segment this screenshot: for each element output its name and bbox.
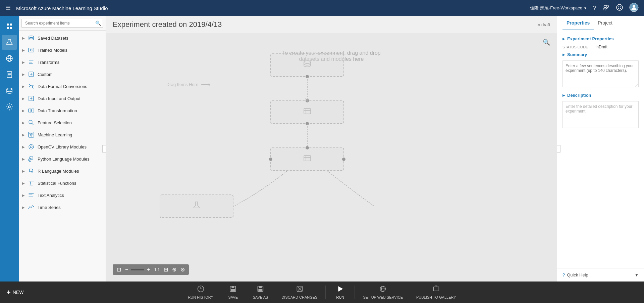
zoom-extra-btn[interactable]: ⊕ [171, 266, 178, 273]
svg-rect-9 [7, 27, 9, 29]
new-button[interactable]: + NEW [7, 289, 23, 296]
run-history-btn[interactable]: RUN HISTORY [182, 284, 218, 301]
canvas-search-icon[interactable]: 🔍 [543, 39, 550, 46]
tab-properties[interactable]: Properties [562, 16, 594, 30]
help-icon[interactable]: ? [593, 5, 596, 12]
panel-label-opencv-library: OpenCV Library Modules [38, 144, 102, 149]
panel-item-transforms[interactable]: ▶ Transforms [19, 56, 106, 68]
description-triangle[interactable]: ▶ [562, 93, 565, 97]
run-btn[interactable]: RUN [328, 284, 352, 301]
panel-item-data-transformation[interactable]: ▶ Data Transformation [19, 104, 106, 117]
zoom-extra-btn2[interactable]: ⊗ [179, 266, 186, 273]
panel-icon-saved-datasets [28, 34, 35, 42]
topbar: ☰ Microsoft Azure Machine Learning Studi… [0, 0, 644, 16]
panel-item-data-input-output[interactable]: ▶ Data Input and Output [19, 92, 106, 104]
panel-label-data-format-conversions: Data Format Conversions [38, 84, 102, 89]
panel-icon-data-input-output [28, 95, 35, 102]
exp-properties-title: Experiment Properties [567, 36, 614, 41]
left-panel-header: 🔍 [19, 16, 106, 31]
zoom-in-btn[interactable]: + [146, 266, 151, 273]
panel-arrow-saved-datasets: ▶ [22, 36, 25, 40]
run-history-icon [197, 285, 204, 294]
fit-to-screen-btn[interactable]: ⊡ [115, 266, 122, 273]
panel-item-saved-datasets[interactable]: ▶ Saved Datasets [19, 32, 106, 44]
panel-item-text-analytics[interactable]: ▶ Text Analytics [19, 189, 106, 201]
panel-icon-python-language [28, 155, 35, 163]
svg-point-3 [618, 6, 619, 7]
panel-icon-transforms [28, 58, 35, 66]
new-plus-icon: + [7, 289, 11, 296]
canvas-node-1[interactable] [270, 53, 344, 77]
canvas-content[interactable]: To create your experiment, drag and drop… [106, 33, 557, 282]
rail-experiments[interactable] [2, 35, 17, 50]
panel-item-time-series[interactable]: ▶ Time Series [19, 201, 106, 213]
panel-arrow-text-analytics: ▶ [22, 193, 25, 197]
save-as-icon [257, 285, 264, 294]
summary-triangle[interactable]: ▶ [562, 53, 565, 56]
workspace-selector[interactable]: 佳隆 瀬尾-Free-Workspace ▼ [530, 5, 587, 11]
description-input[interactable]: Enter the detailed description for your … [562, 101, 639, 128]
toolbar-divider-2 [355, 286, 355, 299]
summary-input[interactable] [562, 60, 639, 87]
canvas-area: Experiment created on 2019/4/13 In draft… [106, 16, 557, 282]
panel-item-custom[interactable]: ▶ Custom [19, 68, 106, 80]
run-history-label: RUN HISTORY [188, 295, 213, 299]
svg-rect-10 [10, 27, 12, 29]
panel-item-data-format-conversions[interactable]: ▶ Data Format Conversions [19, 80, 106, 92]
panel-item-statistical-functions[interactable]: ▶ Statistical Functions [19, 177, 106, 189]
rail-notebooks[interactable] [2, 67, 17, 82]
zoom-out-btn[interactable]: − [124, 266, 129, 273]
panel-label-trained-models: Trained Models [38, 48, 102, 53]
panel-label-time-series: Time Series [38, 205, 102, 210]
search-input[interactable] [21, 19, 103, 28]
svg-rect-8 [10, 24, 12, 26]
svg-point-22 [30, 49, 32, 51]
quick-help[interactable]: ? Quick Help ▼ [557, 268, 644, 282]
panel-label-saved-datasets: Saved Datasets [38, 36, 102, 41]
zoom-fit-btn[interactable]: ⊞ [162, 266, 169, 273]
rail-settings[interactable] [2, 99, 17, 114]
rail-web-services[interactable] [2, 51, 17, 66]
node-2-bottom-connector [306, 122, 309, 125]
svg-rect-26 [32, 109, 34, 112]
panel-item-r-language[interactable]: ▶ R Language Modules [19, 165, 106, 177]
search-icon[interactable]: 🔍 [95, 20, 101, 26]
canvas-title: Experiment created on 2019/4/13 [113, 20, 222, 29]
panel-label-python-language: Python Language Modules [38, 157, 102, 162]
hamburger-icon[interactable]: ☰ [5, 4, 11, 12]
workspace-name: 佳隆 瀬尾-Free-Workspace [530, 5, 582, 11]
workspace-chevron: ▼ [584, 6, 587, 10]
quick-help-chevron: ▼ [635, 273, 639, 277]
canvas-node-3[interactable] [270, 147, 344, 171]
zoom-slider[interactable] [131, 269, 144, 270]
save-as-btn[interactable]: SAVE AS [248, 284, 274, 301]
left-panel-collapse[interactable]: ‹ [102, 145, 106, 153]
svg-rect-25 [29, 109, 31, 112]
community-icon[interactable] [602, 4, 610, 13]
save-as-label: SAVE AS [253, 295, 268, 299]
panel-item-python-language[interactable]: ▶ Python Language Modules [19, 153, 106, 165]
discard-changes-btn[interactable]: DISCARD CHANGES [276, 284, 323, 301]
panel-label-data-transformation: Data Transformation [38, 108, 102, 113]
panel-item-trained-models[interactable]: ▶ Trained Models [19, 44, 106, 56]
user-avatar[interactable] [629, 3, 639, 14]
panel-item-opencv-library[interactable]: ▶ OpenCV Library Modules [19, 141, 106, 153]
exp-properties-triangle[interactable]: ▶ [562, 37, 565, 41]
feedback-icon[interactable] [616, 4, 623, 13]
tab-project[interactable]: Project [594, 16, 616, 30]
rail-home[interactable] [2, 19, 17, 34]
panel-item-machine-learning[interactable]: ▶ Machine Learning [19, 129, 106, 141]
setup-web-service-btn[interactable]: SET UP WEB SERVICE [358, 284, 408, 301]
drag-hint: Drag Items Here ⟶ [166, 80, 211, 88]
node-3-right-connector [342, 158, 345, 161]
panel-arrow-data-format-conversions: ▶ [22, 85, 25, 88]
rail-datasets[interactable] [2, 83, 17, 98]
publish-to-gallery-btn[interactable]: PUBLISH TO GALLERY [411, 284, 462, 301]
save-btn[interactable]: SAVE [221, 284, 245, 301]
panel-item-feature-selection[interactable]: ▶ Feature Selection [19, 117, 106, 129]
canvas-node-2[interactable] [270, 100, 344, 124]
canvas-node-4[interactable] [160, 194, 233, 218]
svg-point-37 [304, 61, 311, 63]
right-panel-collapse[interactable]: › [557, 145, 560, 153]
node-3-icon [302, 153, 313, 166]
